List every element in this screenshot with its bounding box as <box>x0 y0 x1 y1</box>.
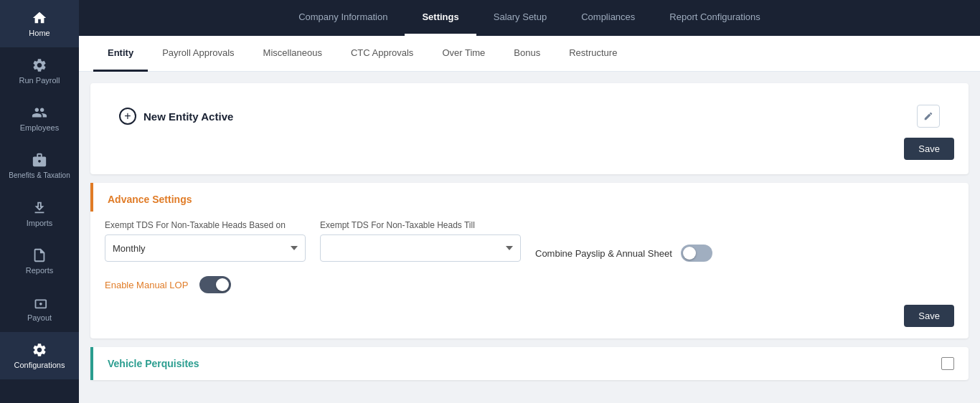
top-nav-settings[interactable]: Settings <box>405 0 476 36</box>
sidebar-item-reports[interactable]: Reports <box>0 237 79 285</box>
sidebar-label-home: Home <box>29 29 50 37</box>
entity-title: New Entity Active <box>143 110 233 123</box>
tab-bonus[interactable]: Bonus <box>499 36 555 72</box>
field2-label: Exempt TDS For Non-Taxable Heads Till <box>320 220 521 230</box>
sidebar-item-payout[interactable]: Payout <box>0 285 79 332</box>
sidebar-item-run-payroll[interactable]: Run Payroll <box>0 47 79 95</box>
field1-label: Exempt TDS For Non-Taxable Heads Based o… <box>105 220 306 230</box>
home-icon <box>32 10 47 26</box>
advance-save-button[interactable]: Save <box>904 305 954 327</box>
main-area: Company Information Settings Salary Setu… <box>79 0 980 403</box>
combine-toggle[interactable] <box>681 245 712 262</box>
top-nav-report-configurations[interactable]: Report Configurations <box>652 0 777 36</box>
combine-toggle-track <box>681 245 712 262</box>
sidebar-item-employees[interactable]: Employees <box>0 95 79 142</box>
field-group-1: Exempt TDS For Non-Taxable Heads Based o… <box>105 220 306 262</box>
tab-restructure[interactable]: Restructure <box>555 36 631 72</box>
advance-settings-fields: Exempt TDS For Non-Taxable Heads Based o… <box>90 212 969 273</box>
advance-settings-card: Advance Settings Exempt TDS For Non-Taxa… <box>90 183 969 338</box>
manual-lop-toggle[interactable] <box>199 276 231 293</box>
combine-label: Combine Payslip & Annual Sheet <box>535 248 672 259</box>
top-nav: Company Information Settings Salary Setu… <box>79 0 980 36</box>
advance-save-row: Save <box>90 305 969 327</box>
sidebar-label-reports: Reports <box>26 266 54 275</box>
people-icon <box>32 105 47 120</box>
tab-entity[interactable]: Entity <box>93 36 148 72</box>
sidebar-label-payout: Payout <box>27 313 52 322</box>
entity-header: + New Entity Active <box>105 95 954 138</box>
top-nav-salary-setup[interactable]: Salary Setup <box>476 0 564 36</box>
pencil-icon <box>923 111 933 121</box>
content-area: + New Entity Active Save Advance Setting <box>79 72 980 403</box>
settings-icon <box>32 342 47 358</box>
vehicle-perquisites-card: Vehicle Perquisites <box>90 347 969 380</box>
field-group-2: Exempt TDS For Non-Taxable Heads Till <box>320 220 521 262</box>
sidebar: Home Run Payroll Employees Benefits & Ta… <box>0 0 79 403</box>
tab-payroll-approvals[interactable]: Payroll Approvals <box>148 36 248 72</box>
field2-select[interactable] <box>320 234 521 262</box>
entity-header-left: + New Entity Active <box>119 108 233 125</box>
tab-ctc-approvals[interactable]: CTC Approvals <box>336 36 428 72</box>
sidebar-item-home[interactable]: Home <box>0 0 79 47</box>
sidebar-label-benefits: Benefits & Taxation <box>9 171 70 180</box>
upload-icon <box>32 200 47 216</box>
sidebar-label-run-payroll: Run Payroll <box>19 76 60 85</box>
vehicle-title: Vehicle Perquisites <box>108 358 199 369</box>
sidebar-item-imports[interactable]: Imports <box>0 190 79 237</box>
edit-button[interactable] <box>917 105 940 128</box>
tab-miscellaneous[interactable]: Miscellaneous <box>249 36 336 72</box>
badge-icon <box>32 152 47 168</box>
tab-over-time[interactable]: Over Time <box>428 36 499 72</box>
top-nav-company-info[interactable]: Company Information <box>281 0 405 36</box>
sidebar-label-imports: Imports <box>27 219 53 227</box>
combine-row: Combine Payslip & Annual Sheet <box>535 245 727 262</box>
manual-lop-label: Enable Manual LOP <box>105 280 188 290</box>
document-icon <box>32 247 47 263</box>
combine-toggle-thumb <box>683 247 696 260</box>
entity-save-button[interactable]: Save <box>904 138 954 160</box>
manual-lop-row: Enable Manual LOP <box>90 273 969 305</box>
advance-settings-title: Advance Settings <box>108 194 192 205</box>
vehicle-checkbox[interactable] <box>941 357 954 370</box>
sidebar-label-employees: Employees <box>20 123 59 132</box>
entity-header-card: + New Entity Active Save <box>90 83 969 174</box>
vehicle-header: Vehicle Perquisites <box>90 347 969 380</box>
wallet-icon <box>32 295 47 310</box>
sub-tabs: Entity Payroll Approvals Miscellaneous C… <box>79 36 980 72</box>
sidebar-item-benefits-taxation[interactable]: Benefits & Taxation <box>0 142 79 190</box>
top-nav-compliances[interactable]: Compliances <box>564 0 652 36</box>
entity-active-icon: + <box>119 108 136 125</box>
manual-lop-toggle-thumb <box>216 278 229 291</box>
sidebar-item-configurations[interactable]: Configurations <box>0 332 79 379</box>
sidebar-label-configurations: Configurations <box>14 361 65 369</box>
manual-lop-toggle-track <box>199 276 231 293</box>
field1-select[interactable]: Monthly Annually Quarterly <box>105 234 306 262</box>
advance-settings-header: Advance Settings <box>90 183 969 212</box>
gear-icon <box>32 57 47 73</box>
